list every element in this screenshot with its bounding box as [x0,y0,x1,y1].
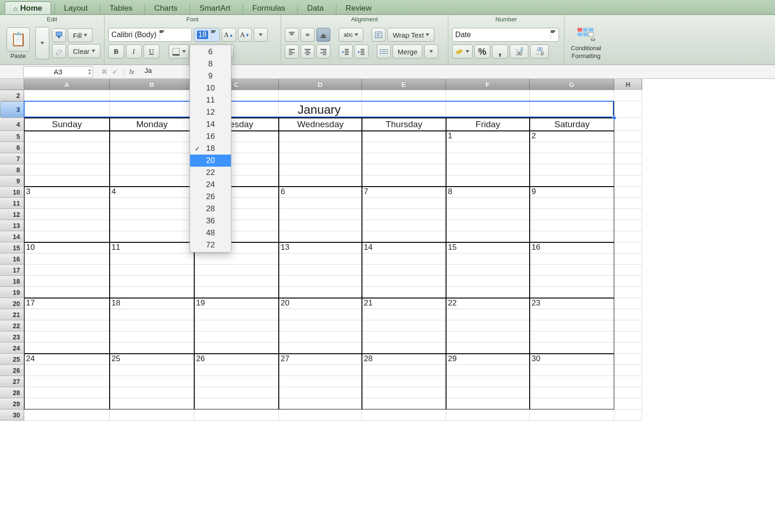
indent-button[interactable] [355,45,368,58]
cell[interactable]: 22 [446,298,530,309]
row-header[interactable]: 5 [0,131,24,142]
column-header[interactable]: B [110,79,194,90]
cell[interactable] [614,354,642,365]
cell[interactable] [614,320,642,331]
cell[interactable]: 26 [194,354,279,365]
cell[interactable]: 19 [194,298,279,309]
valign-top-button[interactable] [285,28,299,42]
merge-dropdown[interactable] [424,45,438,58]
row-header[interactable]: 22 [0,320,24,331]
cell[interactable] [279,409,362,421]
cell[interactable]: 29 [446,354,530,365]
cell[interactable]: 4 [110,187,194,198]
column-header[interactable]: E [362,79,446,90]
row-header[interactable]: 4 [0,118,24,131]
cell[interactable]: Saturday [530,118,614,131]
cell[interactable] [614,276,642,287]
cell[interactable]: 2 [530,131,614,142]
column-header[interactable]: G [530,79,614,90]
column-header[interactable]: D [279,79,362,90]
font-size-option[interactable]: 20 [190,155,231,167]
cell[interactable]: 8 [446,187,530,198]
row-header[interactable]: 7 [0,153,24,164]
cell[interactable] [614,265,642,276]
cell[interactable] [614,220,642,231]
cell[interactable] [24,90,110,101]
cell[interactable] [614,398,642,409]
font-more-dropdown[interactable] [254,28,268,42]
cell[interactable]: 1 [446,131,530,142]
cell[interactable]: 18 [110,298,194,309]
halign-center-button[interactable] [301,45,315,58]
bold-button[interactable]: B [108,45,124,58]
row-header[interactable]: 9 [0,175,24,187]
border-button[interactable] [169,45,189,58]
cell[interactable] [614,376,642,387]
cell[interactable]: 14 [362,242,446,253]
row-header[interactable]: 26 [0,365,24,376]
cell[interactable] [614,90,642,101]
cell[interactable]: 16 [530,242,614,253]
row-header[interactable]: 21 [0,309,24,320]
row-header[interactable]: 10 [0,187,24,198]
outdent-button[interactable] [339,45,353,58]
cell[interactable]: 3 [24,187,110,198]
row-header[interactable]: 11 [0,198,24,209]
wrap-text-button[interactable]: Wrap Text [388,28,434,42]
row-header[interactable]: 18 [0,276,24,287]
row-header[interactable]: 19 [0,287,24,298]
cell[interactable] [24,409,110,421]
cell[interactable] [279,131,362,187]
cell[interactable]: 24 [24,354,110,365]
tab-formulas[interactable]: Formulas [243,1,294,14]
cell[interactable] [110,90,194,101]
cell[interactable] [110,409,194,421]
cell[interactable] [362,90,446,101]
cell[interactable] [614,164,642,175]
row-header[interactable]: 15 [0,242,24,253]
row-header[interactable]: 28 [0,387,24,398]
tab-layout[interactable]: Layout [55,1,97,14]
font-size-option[interactable]: 28 [190,203,231,215]
wrap-icon-button[interactable] [372,28,386,42]
row-header[interactable]: 17 [0,265,24,276]
percent-button[interactable]: % [474,45,490,58]
font-size-option[interactable]: 24 [190,179,231,191]
font-size-option[interactable]: 11 [190,94,231,106]
name-box[interactable]: A3 ▲▼ [23,66,93,78]
cell[interactable]: 10 [24,242,110,253]
cell[interactable] [110,131,194,187]
cell[interactable] [530,409,614,421]
cell[interactable]: 6 [279,187,362,198]
tab-home[interactable]: ⌂ Home [5,1,51,14]
cell[interactable] [614,331,642,343]
cell[interactable]: Wednesday [279,118,362,131]
cell[interactable] [614,153,642,164]
cell[interactable] [614,253,642,265]
decrease-decimal-button[interactable]: .00→.0 [530,45,549,58]
column-header[interactable]: F [446,79,530,90]
cell[interactable]: 7 [362,187,446,198]
cell[interactable]: 20 [279,298,362,309]
italic-button[interactable]: I [126,45,142,58]
cell[interactable] [362,409,446,421]
font-size-option[interactable]: 9 [190,70,231,82]
font-size-option[interactable]: 6 [190,46,231,58]
cell[interactable] [614,101,642,118]
cell[interactable] [194,409,279,421]
row-header[interactable]: 13 [0,220,24,231]
formula-input[interactable]: Ja [143,66,775,78]
row-header[interactable]: 6 [0,142,24,153]
fill-label-button[interactable]: Fill [68,28,92,42]
cell[interactable] [362,131,446,187]
spreadsheet-grid[interactable]: ABCDEFGH 2345678910111213141516171819202… [0,79,775,432]
cell[interactable]: Friday [446,118,530,131]
font-size-select[interactable]: 18 [194,28,220,42]
cell[interactable]: 23 [530,298,614,309]
paste-dropdown[interactable] [35,27,49,59]
cell[interactable] [614,142,642,153]
namebox-stepper-icon[interactable]: ▲▼ [88,68,92,76]
cell[interactable] [614,387,642,398]
selection-fill-handle[interactable] [612,116,616,120]
cell[interactable]: 30 [530,354,614,365]
